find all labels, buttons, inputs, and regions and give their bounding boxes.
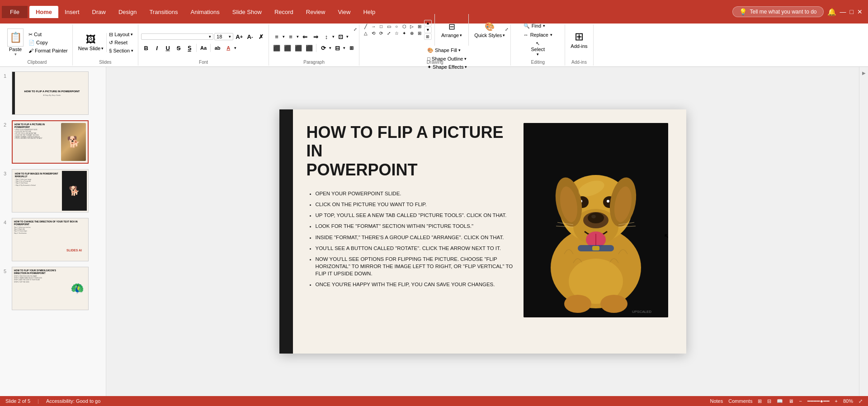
font-dropdown-arrow[interactable]: ▾: [209, 34, 211, 39]
bullets-arrow[interactable]: ▾: [283, 34, 285, 39]
quick-styles-arrow[interactable]: ▾: [503, 33, 505, 38]
justify-button[interactable]: ⬛: [304, 43, 314, 53]
layout-arrow[interactable]: ▾: [131, 32, 133, 37]
slide-thumb-2[interactable]: 2 HOW TO FLIP A PICTURE IN POWERPOINT • …: [3, 119, 103, 165]
slide-canvas[interactable]: HOW TO FLIP A PICTURE INPOWERPOINT OPEN …: [279, 109, 686, 354]
collapse-panel-btn[interactable]: ▶: [862, 71, 866, 76]
columns-arrow[interactable]: ▾: [346, 34, 349, 39]
slide-panel[interactable]: 1 HOW TO FLIP A PICTURE IN POWERPOINT A …: [0, 67, 106, 396]
strikethrough-button[interactable]: S: [174, 43, 184, 53]
italic-button[interactable]: I: [152, 43, 162, 53]
quick-styles-button[interactable]: 🎨 Quick Styles ▾: [472, 20, 508, 40]
arrange-button[interactable]: ⊟ Arrange ▾: [438, 20, 466, 40]
zoom-in-btn[interactable]: +: [835, 398, 838, 404]
slide-preview-3[interactable]: HOW TO FLIP IMAGES IN POWERPOINT MANUALL…: [12, 169, 89, 212]
format-painter-button[interactable]: 🖌 Format Painter: [27, 47, 70, 54]
align-text-arrow[interactable]: ▾: [343, 46, 345, 50]
shape-s4[interactable]: ⤢: [385, 30, 392, 36]
font-color-arrow[interactable]: ▾: [234, 46, 236, 50]
tab-review[interactable]: Review: [300, 6, 332, 18]
slide-thumb-3[interactable]: 3 HOW TO FLIP IMAGES IN POWERPOINT MANUA…: [3, 168, 103, 213]
comments-button[interactable]: Comments: [728, 398, 752, 404]
replace-button[interactable]: ↔ Replace ▾: [522, 31, 554, 38]
increase-font-button[interactable]: A+: [234, 32, 244, 42]
spacing-arrow[interactable]: ▾: [332, 34, 335, 39]
slide-preview-5[interactable]: HOW TO FLIP YOUR SYMBOLS/ICON'S DIRECTIO…: [12, 267, 89, 310]
numbering-button[interactable]: ≡: [286, 32, 296, 42]
shape-fill-button[interactable]: 🎨 Shape Fill ▾: [425, 47, 508, 54]
convert-smartart-button[interactable]: ⊞: [346, 43, 356, 53]
slide-preview-1[interactable]: HOW TO FLIP A PICTURE IN POWERPOINT A St…: [12, 71, 89, 115]
layout-button[interactable]: ⊟ Layout ▾: [107, 31, 135, 38]
text-shadow-button[interactable]: S̲: [184, 43, 194, 53]
shape-rect[interactable]: □: [377, 23, 385, 29]
arrange-arrow[interactable]: ▾: [460, 33, 462, 38]
notes-button[interactable]: Notes: [710, 398, 723, 404]
paste-button[interactable]: 📋 Paste ▾: [5, 28, 26, 57]
shape-s2[interactable]: ⟲: [370, 30, 377, 36]
indent-increase-button[interactable]: ⇒: [311, 32, 321, 42]
zoom-slider[interactable]: ━━━━●━━: [807, 398, 830, 404]
select-button[interactable]: ↖ Select ▾: [528, 40, 549, 57]
addins-button[interactable]: ⊞ Add-ins: [568, 29, 590, 50]
text-direction-button[interactable]: ⟳: [318, 43, 328, 53]
notification-icon[interactable]: 🔔: [827, 8, 836, 16]
align-center-button[interactable]: ⬛: [283, 43, 292, 53]
close-icon[interactable]: ✕: [857, 8, 863, 15]
tab-animations[interactable]: Animations: [184, 6, 226, 18]
shape-round-rect[interactable]: ▭: [385, 23, 392, 29]
minimize-icon[interactable]: —: [840, 8, 846, 15]
shape-s6[interactable]: ✦: [401, 30, 408, 36]
slide-thumb-1[interactable]: 1 HOW TO FLIP A PICTURE IN POWERPOINT A …: [3, 71, 103, 116]
fit-slide-btn[interactable]: ⤢: [859, 398, 863, 404]
new-slide-arrow[interactable]: ▾: [101, 46, 104, 51]
highlight-button[interactable]: ab: [212, 43, 222, 53]
tab-design[interactable]: Design: [112, 6, 143, 18]
slide-sorter-icon[interactable]: ⊟: [767, 398, 771, 404]
slide-dog-image[interactable]: UPSCALED ↖: [524, 123, 668, 317]
slide-main-title[interactable]: HOW TO FLIP A PICTURE INPOWERPOINT: [307, 123, 514, 179]
drawing-expand[interactable]: ⤢: [505, 27, 509, 32]
tab-record[interactable]: Record: [268, 6, 300, 18]
shape-s7[interactable]: ⊕: [408, 30, 415, 36]
font-name-selector[interactable]: ▾: [141, 33, 213, 40]
tell-me-box[interactable]: 💡 Tell me what you want to do: [732, 6, 823, 17]
slide-thumb-5[interactable]: 5 HOW TO FLIP YOUR SYMBOLS/ICON'S DIRECT…: [3, 266, 103, 311]
text-direction-arrow[interactable]: ▾: [329, 46, 331, 50]
shape-line[interactable]: ╱: [362, 23, 369, 29]
shape-fill-arrow[interactable]: ▾: [458, 48, 461, 52]
shapes-down[interactable]: ▼: [424, 27, 432, 33]
align-left-button[interactable]: ⬛: [272, 43, 282, 53]
find-button[interactable]: 🔍 Find ▾: [522, 22, 554, 30]
shapes-up[interactable]: ▲: [424, 20, 432, 26]
underline-button[interactable]: U: [163, 43, 173, 53]
section-button[interactable]: § Section ▾: [107, 47, 135, 54]
shape-s5[interactable]: ☆: [393, 30, 400, 36]
replace-arrow[interactable]: ▾: [550, 33, 552, 37]
slide-preview-4[interactable]: HOW TO CHANGE THE DIRECTION OF YOUR TEXT…: [12, 218, 89, 261]
tab-file[interactable]: File: [2, 6, 28, 18]
shape-effects-arrow[interactable]: ▾: [465, 65, 467, 69]
tab-draw[interactable]: Draw: [86, 6, 112, 18]
copy-button[interactable]: 📄 Copy: [27, 39, 70, 47]
bold-button[interactable]: B: [141, 43, 151, 53]
columns-button[interactable]: ⊡: [335, 32, 345, 42]
numbering-arrow[interactable]: ▾: [297, 34, 299, 39]
shape-circle[interactable]: ○: [393, 23, 400, 29]
select-arrow[interactable]: ▾: [537, 52, 539, 57]
bullets-button[interactable]: ≡: [272, 32, 282, 42]
tab-home[interactable]: Home: [29, 6, 58, 18]
paste-arrow[interactable]: ▾: [14, 52, 17, 57]
reading-view-icon[interactable]: 📖: [777, 398, 783, 404]
tab-slideshow[interactable]: Slide Show: [226, 6, 268, 18]
decrease-font-button[interactable]: A-: [245, 32, 255, 42]
shape-arrow[interactable]: →: [370, 23, 377, 29]
section-arrow[interactable]: ▾: [131, 48, 133, 53]
shapes-expand[interactable]: ⊞: [424, 33, 432, 40]
shape-more[interactable]: ⊞: [416, 23, 423, 29]
presenter-view-icon[interactable]: 🖥: [788, 398, 793, 404]
find-arrow[interactable]: ▾: [543, 24, 545, 28]
tab-transitions[interactable]: Transitions: [143, 6, 184, 18]
paragraph-expand[interactable]: ⤢: [354, 27, 357, 32]
shape-s8[interactable]: ⊞: [416, 30, 423, 36]
